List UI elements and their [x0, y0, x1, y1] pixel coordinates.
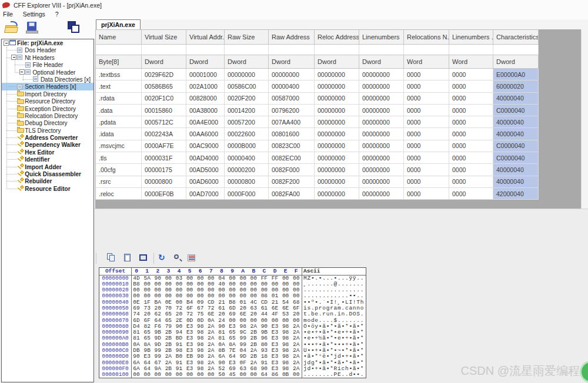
tree-item-import-adder[interactable]: Import Adder [2, 163, 93, 170]
cell[interactable]: 00000000 [359, 69, 404, 80]
cell[interactable]: 0000 [449, 176, 493, 188]
cell[interactable]: 0082F200 [269, 176, 315, 188]
undo-icon[interactable]: ↻ [158, 253, 169, 263]
cell[interactable]: Byte[8] [96, 55, 142, 69]
cell[interactable]: 00828000 [186, 93, 225, 105]
cell[interactable]: 0000 [404, 188, 449, 200]
cell[interactable]: 0082FA00 [269, 188, 315, 200]
cell[interactable]: Dword [315, 55, 359, 69]
cell[interactable]: 0002243A [142, 128, 186, 140]
cell[interactable]: .data [96, 105, 142, 116]
cell[interactable]: 00AA6000 [186, 128, 225, 140]
cell[interactable]: 00000000 [315, 69, 359, 80]
cell[interactable]: 0000031F [142, 152, 186, 164]
cell[interactable]: 00AD7000 [186, 188, 225, 200]
cell[interactable]: 00000800 [142, 176, 186, 188]
cell[interactable]: C0000040 [493, 152, 539, 164]
column-header[interactable]: Reloc Address [315, 30, 359, 45]
tree-item-data-directories-x[interactable]: Data Directories [x] [2, 76, 93, 83]
cell[interactable]: Dword [142, 55, 186, 69]
cell[interactable]: 00000000 [359, 93, 404, 105]
cell[interactable]: 00000000 [359, 152, 404, 164]
cell[interactable]: .rdata [96, 93, 142, 105]
cell[interactable]: 0000 [449, 69, 493, 80]
cell[interactable]: .idata [96, 128, 142, 140]
tree-item-file-prjxian-exe[interactable]: File: prjXiAn.exe [2, 39, 93, 46]
tree-item-resource-directory[interactable]: Resource Directory [2, 98, 93, 105]
cell[interactable]: Dword [493, 55, 539, 69]
cell[interactable]: 0020F200 [225, 93, 269, 105]
tree-item-file-header[interactable]: File Header [2, 61, 93, 68]
cell[interactable]: 0000 [449, 105, 493, 116]
cell[interactable]: 0000 [404, 80, 449, 92]
menu-settings[interactable]: Settings [19, 10, 49, 18]
cell[interactable]: 0000 [449, 164, 493, 176]
save-file-icon[interactable] [26, 21, 40, 35]
cell[interactable]: 00000000 [359, 128, 404, 140]
vertical-scrollbar[interactable] [581, 29, 588, 209]
cell[interactable]: .rsrc [96, 176, 142, 188]
tree-item-hex-editor[interactable]: Hex Editor [2, 149, 93, 156]
cell[interactable]: .tls [96, 152, 142, 164]
cell[interactable]: 002A1000 [186, 80, 225, 92]
cell[interactable]: 00022600 [225, 128, 269, 140]
cell[interactable]: 00000800 [225, 176, 269, 188]
cell[interactable]: 0000B000 [225, 140, 269, 152]
cell[interactable]: .00cfg [96, 164, 142, 176]
tree-item-debug-directory[interactable]: Debug Directory [2, 119, 93, 126]
cell[interactable]: 00AD5000 [186, 164, 225, 176]
cell[interactable]: 00000000 [315, 80, 359, 92]
tree-item-tls-directory[interactable]: TLS Directory [2, 127, 93, 134]
cell[interactable]: 0082F000 [269, 164, 315, 176]
cell[interactable]: 00A4E000 [186, 116, 225, 128]
cell[interactable]: 00014200 [225, 105, 269, 116]
cell[interactable]: 0000 [404, 105, 449, 116]
tree-expander[interactable] [4, 41, 9, 46]
tree-expander[interactable] [19, 69, 25, 75]
cell[interactable]: Word [404, 55, 449, 69]
cell[interactable]: .text [96, 80, 142, 92]
cell[interactable]: 0000 [449, 152, 493, 164]
cell[interactable]: 40000040 [493, 93, 539, 105]
tree-item-identifier[interactable]: Identifier [2, 156, 93, 163]
menu-file[interactable]: File [0, 10, 17, 18]
cell[interactable]: .textbss [96, 69, 142, 80]
cell[interactable]: 00801600 [269, 128, 315, 140]
cell[interactable]: 0020F1C0 [142, 93, 186, 105]
cell[interactable]: 60000020 [493, 80, 539, 92]
cell[interactable]: 00AD4000 [186, 152, 225, 164]
fill-icon[interactable] [139, 253, 149, 263]
tree-item-exception-directory[interactable]: Exception Directory [2, 105, 93, 112]
cell[interactable]: 00000000 [315, 140, 359, 152]
copy-icon[interactable] [106, 253, 117, 263]
cell[interactable]: 00000000 [315, 176, 359, 188]
tree-item-quick-disassembler[interactable]: Quick Disassembler [2, 170, 93, 177]
paste-icon[interactable] [123, 253, 133, 263]
cell[interactable]: 00000200 [225, 164, 269, 176]
cell[interactable]: 0000 [449, 128, 493, 140]
tree-item-dos-header[interactable]: Dos Header [2, 46, 93, 53]
tree-item-rebuilder[interactable]: Rebuilder [2, 177, 93, 184]
cell[interactable]: 40000040 [493, 128, 539, 140]
cell[interactable]: C0000040 [493, 140, 539, 152]
cell[interactable]: 0000 [404, 116, 449, 128]
column-header[interactable]: Characteristics [493, 30, 539, 45]
cell[interactable]: 0000 [404, 140, 449, 152]
cell[interactable]: 0000 [449, 93, 493, 105]
cell[interactable]: 0000 [449, 140, 493, 152]
cell[interactable]: 42000040 [493, 188, 539, 200]
cell[interactable]: 00000000 [359, 105, 404, 116]
cell[interactable]: 007AA400 [269, 116, 315, 128]
column-header[interactable]: Name [96, 30, 142, 45]
cell[interactable]: 0000 [404, 93, 449, 105]
tree-item-section-headers-x[interactable]: Section Headers [x] [2, 83, 93, 90]
cell[interactable]: 00000000 [225, 69, 269, 80]
tree-item-dependency-walker[interactable]: Dependency Walker [2, 141, 93, 148]
column-header[interactable]: Virtual Addr... [186, 30, 225, 45]
cell[interactable]: 00000000 [359, 188, 404, 200]
cell[interactable]: 0029F62D [142, 69, 186, 80]
cell[interactable]: 00000000 [315, 188, 359, 200]
cell[interactable]: 00057200 [225, 116, 269, 128]
cell[interactable]: 40000040 [493, 116, 539, 128]
settings-grid-icon[interactable] [187, 253, 198, 263]
